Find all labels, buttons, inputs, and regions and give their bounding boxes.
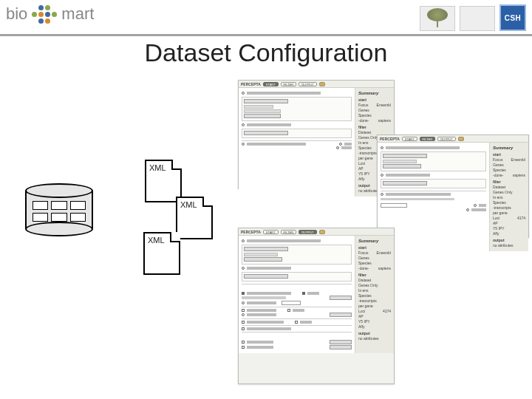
summary-row: Genes [358,108,391,112]
summary-row: -done-sapiens [358,118,391,123]
step-filter-button[interactable]: FILTER [281,230,296,234]
summary-row: In ens [358,288,391,293]
summary-row: no attributes [493,243,525,248]
xml-file-label: XML [149,163,166,172]
logo-left-text: bio [6,4,27,24]
summary-section: start [493,152,525,157]
logo-dots-icon [32,5,57,24]
cshl-badge-text: CSH [505,14,522,22]
summary-row: -transcripts [358,299,391,303]
step-start-button[interactable]: START [402,137,417,141]
logo-right-text: mart [61,4,94,24]
summary-row: Species [358,113,391,117]
summary-title: Summary [358,239,391,244]
summary-list: DatasetGenes OnlyIn ensSpecies-transcrip… [493,185,525,236]
summary-row: FocusEnsembl [358,103,391,107]
summary-list: FocusEnsemblGenesSpecies-done-sapiens [493,157,525,177]
step-filter-button[interactable]: FILTER [281,82,296,86]
summary-list: no attributes [493,243,525,248]
ui-window-start: PERCEPTA START FILTER OUTPUT Summary sta… [238,80,395,189]
summary-row: FocusEnsembl [358,250,391,255]
summary-row: Species [358,261,391,265]
summary-list: FocusEnsemblGenesSpecies-done-sapiens [358,250,391,270]
header-right: CSH [420,4,526,31]
window-main [239,236,355,353]
summary-row: Genes [493,163,525,167]
summary-row: Genes Only [358,283,391,287]
summary-row: Dataset [358,278,391,282]
summary-row: Affy [358,324,391,329]
window-toolbar: PERCEPTA START FILTER OUTPUT [239,228,394,236]
window-brand: PERCEPTA [380,137,400,141]
xml-file-icon: XML [176,197,213,239]
summary-section: filter [358,125,391,129]
summary-row: Y5 IPY [358,319,391,324]
summary-section: start [358,245,391,250]
summary-row: In ens [493,195,525,200]
step-indicator [319,230,325,234]
summary-section: output [358,331,391,335]
header-divider [0,34,532,36]
database-icon [25,183,93,236]
summary-row: Species [493,200,525,205]
summary-row: -transcripts [493,205,525,210]
summary-section: start [358,98,391,102]
step-start-button[interactable]: START [263,230,279,234]
xml-file-label: XML [148,236,165,245]
window-toolbar: PERCEPTA START FILTER OUTPUT [378,135,528,143]
summary-row: Species [493,168,525,172]
step-output-button[interactable]: OUTPUT [437,137,455,141]
summary-row: AP [493,221,525,225]
summary-row: Genes Only [493,190,525,194]
summary-row: per gene [493,211,525,215]
ui-window-output: PERCEPTA START FILTER OUTPUT [238,228,395,384]
step-indicator [458,137,464,141]
xml-file-icon: XML [143,232,180,275]
summary-row: Affy [493,231,525,236]
summary-row: -done-sapiens [493,173,525,177]
window-sidebar: Summary start FocusEnsemblGenesSpecies-d… [490,143,528,251]
summary-row: Genes [358,256,391,260]
summary-section: output [493,238,525,242]
summary-row: no attributes [358,336,391,341]
window-toolbar: PERCEPTA START FILTER OUTPUT [239,81,394,88]
tree-icon [420,6,455,31]
page-title: Dataset Configuration [0,38,532,67]
summary-row: per gene [358,304,391,308]
summary-list: FocusEnsemblGenesSpecies-done-sapiens [358,103,391,123]
building-icon [460,6,495,31]
summary-list: no attributes [358,336,391,341]
window-sidebar: Summary start FocusEnsemblGenesSpecies-d… [355,236,394,353]
summary-row: Dataset [493,185,525,189]
summary-title: Summary [493,146,525,151]
summary-row: FocusEnsembl [493,157,525,162]
summary-section: filter [358,273,391,277]
summary-row: -done-sapiens [358,266,391,270]
summary-list: DatasetGenes OnlyIn ensSpecies-transcrip… [358,278,391,329]
summary-row: Loci4174 [493,216,525,220]
summary-section: filter [493,180,525,184]
step-filter-button[interactable]: FILTER [420,137,435,141]
logo: bio mart [6,4,94,24]
window-main [239,88,355,197]
summary-title: Summary [358,91,391,96]
step-output-button[interactable]: OUTPUT [299,230,316,234]
step-output-button[interactable]: OUTPUT [299,82,316,86]
ui-window-filter: PERCEPTA START FILTER OUTPUT Summary sta… [377,134,529,238]
window-brand: PERCEPTA [241,82,261,86]
cshl-badge: CSH [499,4,526,31]
xml-file-label: XML [180,200,197,209]
summary-row: Species [358,293,391,298]
step-indicator [319,82,325,86]
summary-row: Loci4174 [358,309,391,313]
step-start-button[interactable]: START [263,82,279,86]
summary-row: AP [358,314,391,318]
summary-row: Y5 IPY [493,226,525,231]
window-brand: PERCEPTA [241,230,261,234]
